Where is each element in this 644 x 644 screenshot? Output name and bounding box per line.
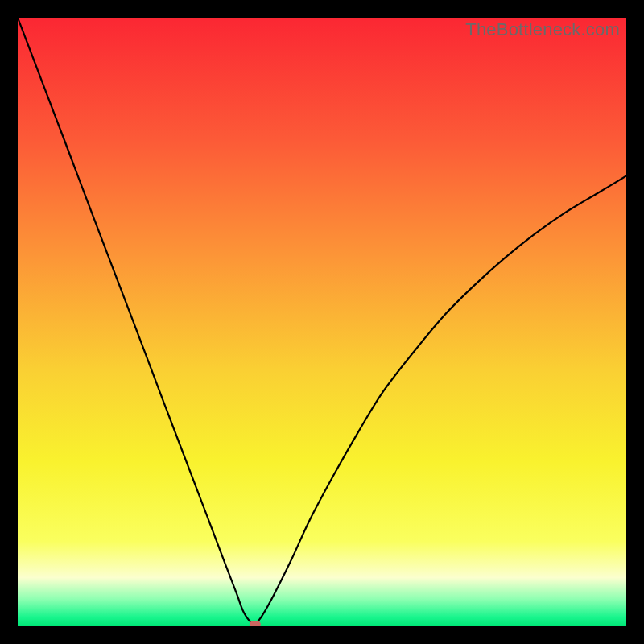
bottleneck-chart: [18, 18, 626, 626]
gradient-background: [18, 18, 626, 626]
minimum-marker: [250, 621, 261, 626]
chart-frame: TheBottleneck.com: [18, 18, 626, 626]
watermark-text: TheBottleneck.com: [465, 19, 620, 40]
